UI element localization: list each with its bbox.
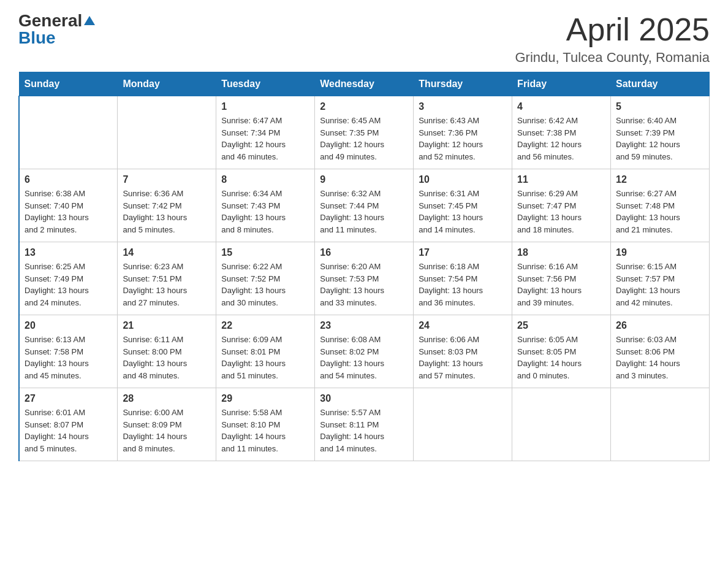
calendar-cell: 8Sunrise: 6:34 AMSunset: 7:43 PMDaylight… [216,169,315,242]
day-info: Sunrise: 6:34 AMSunset: 7:43 PMDaylight:… [221,188,309,236]
calendar-cell: 20Sunrise: 6:13 AMSunset: 7:58 PMDayligh… [19,315,118,388]
day-info: Sunrise: 6:42 AMSunset: 7:38 PMDaylight:… [517,115,605,163]
calendar-cell: 25Sunrise: 6:05 AMSunset: 8:05 PMDayligh… [512,315,611,388]
day-number: 2 [320,101,408,112]
col-thursday: Thursday [414,72,512,96]
day-number: 6 [25,174,112,185]
day-number: 17 [419,247,507,258]
day-info: Sunrise: 6:00 AMSunset: 8:09 PMDaylight:… [123,407,211,454]
location-title: Grindu, Tulcea County, Romania [515,50,710,66]
calendar-cell [414,388,512,461]
day-number: 30 [320,393,408,404]
calendar-cell [512,388,611,461]
title-area: April 2025 Grindu, Tulcea County, Romani… [515,12,710,66]
col-monday: Monday [118,72,216,96]
day-number: 8 [221,174,309,185]
day-number: 16 [320,247,408,258]
calendar-cell: 4Sunrise: 6:42 AMSunset: 7:38 PMDaylight… [512,96,611,169]
calendar-cell: 24Sunrise: 6:06 AMSunset: 8:03 PMDayligh… [414,315,512,388]
calendar-cell: 18Sunrise: 6:16 AMSunset: 7:56 PMDayligh… [512,242,611,315]
calendar-cell: 30Sunrise: 5:57 AMSunset: 8:11 PMDayligh… [315,388,414,461]
calendar-table: Sunday Monday Tuesday Wednesday Thursday… [18,72,710,461]
col-wednesday: Wednesday [315,72,414,96]
calendar-cell: 3Sunrise: 6:43 AMSunset: 7:36 PMDaylight… [414,96,512,169]
day-info: Sunrise: 6:13 AMSunset: 7:58 PMDaylight:… [25,334,112,381]
day-info: Sunrise: 6:22 AMSunset: 7:52 PMDaylight:… [221,261,309,308]
calendar-cell: 22Sunrise: 6:09 AMSunset: 8:01 PMDayligh… [216,315,315,388]
day-info: Sunrise: 6:43 AMSunset: 7:36 PMDaylight:… [419,115,507,163]
day-info: Sunrise: 6:27 AMSunset: 7:48 PMDaylight:… [616,188,704,236]
calendar-cell: 9Sunrise: 6:32 AMSunset: 7:44 PMDaylight… [315,169,414,242]
day-number: 19 [616,247,704,258]
day-number: 15 [221,247,309,258]
calendar-cell: 11Sunrise: 6:29 AMSunset: 7:47 PMDayligh… [512,169,611,242]
calendar-cell: 2Sunrise: 6:45 AMSunset: 7:35 PMDaylight… [315,96,414,169]
day-number: 18 [517,247,605,258]
day-number: 3 [419,101,507,112]
day-number: 11 [517,174,605,185]
day-info: Sunrise: 6:29 AMSunset: 7:47 PMDaylight:… [517,188,605,236]
day-info: Sunrise: 6:32 AMSunset: 7:44 PMDaylight:… [320,188,408,236]
calendar-week-row: 27Sunrise: 6:01 AMSunset: 8:07 PMDayligh… [19,388,710,461]
calendar-cell: 21Sunrise: 6:11 AMSunset: 8:00 PMDayligh… [118,315,216,388]
day-info: Sunrise: 5:57 AMSunset: 8:11 PMDaylight:… [320,407,408,454]
day-number: 22 [221,320,309,331]
col-friday: Friday [512,72,611,96]
calendar-header-row: Sunday Monday Tuesday Wednesday Thursday… [19,72,710,96]
col-tuesday: Tuesday [216,72,315,96]
calendar-cell: 13Sunrise: 6:25 AMSunset: 7:49 PMDayligh… [19,242,118,315]
day-info: Sunrise: 6:09 AMSunset: 8:01 PMDaylight:… [221,334,309,381]
day-number: 20 [25,320,112,331]
day-number: 1 [221,101,309,112]
col-saturday: Saturday [611,72,710,96]
calendar-cell: 16Sunrise: 6:20 AMSunset: 7:53 PMDayligh… [315,242,414,315]
day-info: Sunrise: 6:16 AMSunset: 7:56 PMDaylight:… [517,261,605,308]
day-info: Sunrise: 6:18 AMSunset: 7:54 PMDaylight:… [419,261,507,308]
page-header: General Blue April 2025 Grindu, Tulcea C… [18,12,710,66]
calendar-cell: 19Sunrise: 6:15 AMSunset: 7:57 PMDayligh… [611,242,710,315]
day-info: Sunrise: 6:03 AMSunset: 8:06 PMDaylight:… [616,334,704,381]
logo-general-text: General [18,12,95,29]
logo-blue-text: Blue [18,29,56,47]
day-info: Sunrise: 6:45 AMSunset: 7:35 PMDaylight:… [320,115,408,163]
logo: General Blue [18,12,95,47]
day-number: 7 [123,174,211,185]
day-info: Sunrise: 6:40 AMSunset: 7:39 PMDaylight:… [616,115,704,163]
day-number: 23 [320,320,408,331]
day-info: Sunrise: 6:06 AMSunset: 8:03 PMDaylight:… [419,334,507,381]
col-sunday: Sunday [19,72,118,96]
day-number: 26 [616,320,704,331]
calendar-cell: 1Sunrise: 6:47 AMSunset: 7:34 PMDaylight… [216,96,315,169]
calendar-cell: 27Sunrise: 6:01 AMSunset: 8:07 PMDayligh… [19,388,118,461]
day-info: Sunrise: 6:11 AMSunset: 8:00 PMDaylight:… [123,334,211,381]
day-info: Sunrise: 5:58 AMSunset: 8:10 PMDaylight:… [221,407,309,454]
day-number: 21 [123,320,211,331]
calendar-cell: 14Sunrise: 6:23 AMSunset: 7:51 PMDayligh… [118,242,216,315]
calendar-cell: 17Sunrise: 6:18 AMSunset: 7:54 PMDayligh… [414,242,512,315]
day-number: 25 [517,320,605,331]
calendar-week-row: 1Sunrise: 6:47 AMSunset: 7:34 PMDaylight… [19,96,710,169]
day-info: Sunrise: 6:31 AMSunset: 7:45 PMDaylight:… [419,188,507,236]
calendar-cell: 6Sunrise: 6:38 AMSunset: 7:40 PMDaylight… [19,169,118,242]
day-info: Sunrise: 6:47 AMSunset: 7:34 PMDaylight:… [221,115,309,163]
calendar-cell: 28Sunrise: 6:00 AMSunset: 8:09 PMDayligh… [118,388,216,461]
calendar-cell: 12Sunrise: 6:27 AMSunset: 7:48 PMDayligh… [611,169,710,242]
day-info: Sunrise: 6:01 AMSunset: 8:07 PMDaylight:… [25,407,112,454]
calendar-cell: 26Sunrise: 6:03 AMSunset: 8:06 PMDayligh… [611,315,710,388]
month-title: April 2025 [515,12,710,47]
calendar-cell: 10Sunrise: 6:31 AMSunset: 7:45 PMDayligh… [414,169,512,242]
day-number: 29 [221,393,309,404]
day-number: 12 [616,174,704,185]
calendar-cell [19,96,118,169]
calendar-cell: 15Sunrise: 6:22 AMSunset: 7:52 PMDayligh… [216,242,315,315]
day-number: 5 [616,101,704,112]
day-info: Sunrise: 6:05 AMSunset: 8:05 PMDaylight:… [517,334,605,381]
calendar-week-row: 6Sunrise: 6:38 AMSunset: 7:40 PMDaylight… [19,169,710,242]
day-info: Sunrise: 6:36 AMSunset: 7:42 PMDaylight:… [123,188,211,236]
day-number: 13 [25,247,112,258]
day-number: 28 [123,393,211,404]
day-info: Sunrise: 6:25 AMSunset: 7:49 PMDaylight:… [25,261,112,308]
calendar-cell: 5Sunrise: 6:40 AMSunset: 7:39 PMDaylight… [611,96,710,169]
day-number: 4 [517,101,605,112]
calendar-week-row: 20Sunrise: 6:13 AMSunset: 7:58 PMDayligh… [19,315,710,388]
